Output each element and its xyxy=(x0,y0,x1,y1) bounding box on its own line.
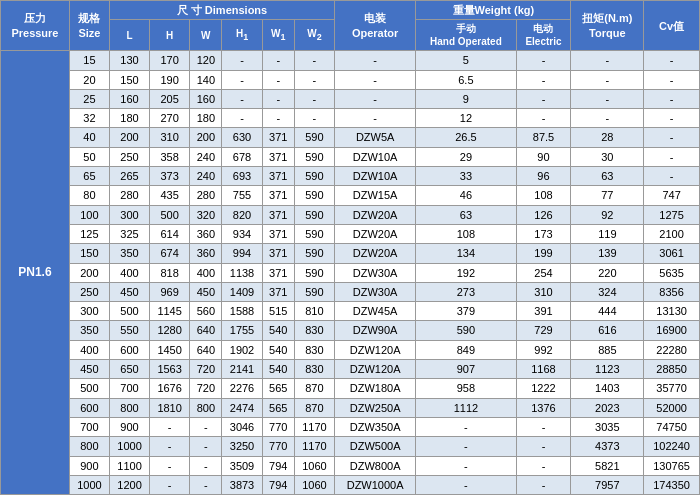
pressure-header: 压力Pressure xyxy=(1,1,70,51)
operator-cell: DZW120A xyxy=(334,340,415,359)
L-cell: 450 xyxy=(109,282,149,301)
W2-cell: 830 xyxy=(294,360,334,379)
H-cell: 1280 xyxy=(150,321,190,340)
size-cell: 350 xyxy=(69,321,109,340)
weight-elec-cell: 254 xyxy=(516,263,571,282)
W2-cell: 590 xyxy=(294,263,334,282)
torque-cell: 324 xyxy=(571,282,644,301)
torque-cell: 63 xyxy=(571,167,644,186)
size-header: 规格Size xyxy=(69,1,109,51)
cv-cell: 3061 xyxy=(644,244,700,263)
table-row: 25160205160----9--- xyxy=(1,89,700,108)
W1-cell: 371 xyxy=(262,167,294,186)
table-row: 65265373240693371590DZW10A339663- xyxy=(1,167,700,186)
H1-cell: 934 xyxy=(222,224,262,243)
weight-hand-cell: 26.5 xyxy=(416,128,516,147)
L-cell: 180 xyxy=(109,109,149,128)
W2-cell: 870 xyxy=(294,379,334,398)
weight-elec-cell: - xyxy=(516,437,571,456)
cv-cell: 8356 xyxy=(644,282,700,301)
W-cell: 450 xyxy=(190,282,222,301)
H1-cell: 3046 xyxy=(222,417,262,436)
pressure-cell: PN1.6 xyxy=(1,51,70,495)
table-row: 20150190140----6.5--- xyxy=(1,70,700,89)
weight-hand-cell: 12 xyxy=(416,109,516,128)
W1-cell: - xyxy=(262,51,294,70)
W2-cell: - xyxy=(294,89,334,108)
torque-cell: - xyxy=(571,70,644,89)
W2-cell: - xyxy=(294,109,334,128)
W1-cell: 540 xyxy=(262,360,294,379)
L-cell: 1100 xyxy=(109,456,149,475)
operator-cell: DZW20A xyxy=(334,205,415,224)
torque-cell: 77 xyxy=(571,186,644,205)
W-cell: 140 xyxy=(190,70,222,89)
W-cell: 800 xyxy=(190,398,222,417)
weight-elec-cell: 729 xyxy=(516,321,571,340)
size-cell: 25 xyxy=(69,89,109,108)
weight-elec-cell: 391 xyxy=(516,302,571,321)
operator-cell: DZW20A xyxy=(334,244,415,263)
W2-cell: 590 xyxy=(294,244,334,263)
H1-cell: - xyxy=(222,109,262,128)
W1-cell: 770 xyxy=(262,417,294,436)
L-cell: 1200 xyxy=(109,475,149,494)
cv-cell: 5635 xyxy=(644,263,700,282)
cv-header: Cv值 xyxy=(644,1,700,51)
cv-cell: - xyxy=(644,51,700,70)
table-row: 150350674360994371590DZW20A1341991393061 xyxy=(1,244,700,263)
size-cell: 700 xyxy=(69,417,109,436)
L-cell: 400 xyxy=(109,263,149,282)
H1-cell: 1138 xyxy=(222,263,262,282)
W2-cell: 590 xyxy=(294,186,334,205)
weight-hand-header: 手动Hand Operated xyxy=(416,20,516,51)
W2-cell: 590 xyxy=(294,282,334,301)
weight-hand-cell: - xyxy=(416,456,516,475)
torque-cell: 119 xyxy=(571,224,644,243)
L-cell: 150 xyxy=(109,70,149,89)
size-cell: 150 xyxy=(69,244,109,263)
operator-cell: DZW120A xyxy=(334,360,415,379)
weight-elec-cell: 1376 xyxy=(516,398,571,417)
torque-cell: 616 xyxy=(571,321,644,340)
W2-cell: 830 xyxy=(294,321,334,340)
W-cell: 640 xyxy=(190,321,222,340)
weight-hand-cell: 1112 xyxy=(416,398,516,417)
cv-cell: - xyxy=(644,128,700,147)
torque-cell: 220 xyxy=(571,263,644,282)
weight-elec-cell: - xyxy=(516,70,571,89)
H1-cell: - xyxy=(222,89,262,108)
W-cell: - xyxy=(190,437,222,456)
weight-hand-cell: - xyxy=(416,475,516,494)
size-cell: 500 xyxy=(69,379,109,398)
H1-cell: 1409 xyxy=(222,282,262,301)
W1-cell: 794 xyxy=(262,456,294,475)
table-row: 40200310200630371590DZW5A26.587.528- xyxy=(1,128,700,147)
torque-cell: 5821 xyxy=(571,456,644,475)
operator-cell: DZW90A xyxy=(334,321,415,340)
H-cell: 674 xyxy=(150,244,190,263)
weight-hand-cell: 63 xyxy=(416,205,516,224)
cv-cell: 74750 xyxy=(644,417,700,436)
weight-elec-cell: 108 xyxy=(516,186,571,205)
dim-W2-header: W2 xyxy=(294,20,334,51)
size-cell: 400 xyxy=(69,340,109,359)
W1-cell: 371 xyxy=(262,186,294,205)
H-cell: - xyxy=(150,456,190,475)
table-row: 9001100--35097941060DZW800A--5821130765 xyxy=(1,456,700,475)
weight-hand-cell: 907 xyxy=(416,360,516,379)
size-cell: 200 xyxy=(69,263,109,282)
operator-cell: - xyxy=(334,51,415,70)
H1-cell: 2141 xyxy=(222,360,262,379)
torque-cell: 139 xyxy=(571,244,644,263)
torque-cell: - xyxy=(571,51,644,70)
operator-cell: DZW1000A xyxy=(334,475,415,494)
size-cell: 65 xyxy=(69,167,109,186)
H-cell: 170 xyxy=(150,51,190,70)
torque-cell: 4373 xyxy=(571,437,644,456)
H1-cell: 1588 xyxy=(222,302,262,321)
dimensions-header: 尺 寸 Dimensions xyxy=(109,1,334,20)
W-cell: 240 xyxy=(190,167,222,186)
main-table: 压力Pressure 规格Size 尺 寸 Dimensions 电装Opera… xyxy=(0,0,700,495)
size-cell: 100 xyxy=(69,205,109,224)
